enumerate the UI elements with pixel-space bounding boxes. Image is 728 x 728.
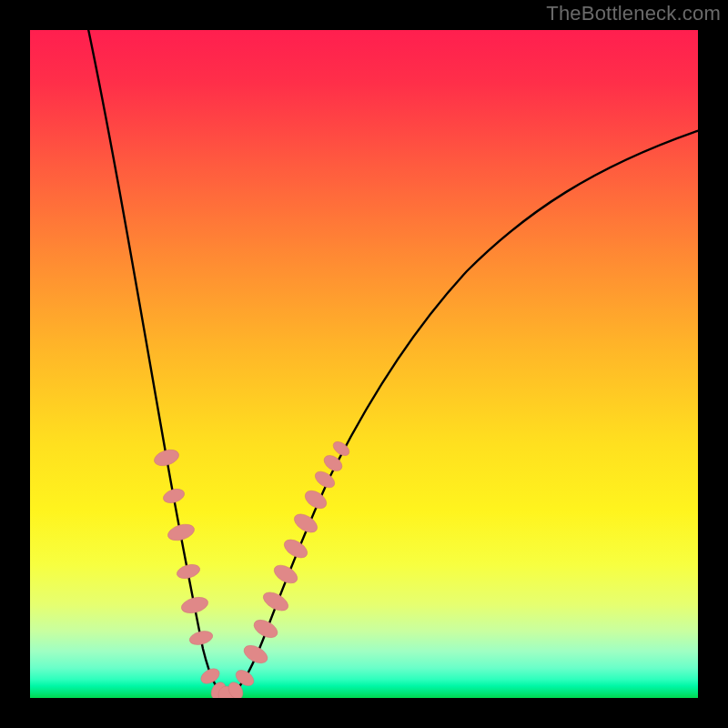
curve-marker	[251, 616, 280, 641]
curve-marker	[161, 487, 186, 506]
curve-marker	[166, 521, 196, 543]
bottleneck-curve	[85, 30, 698, 694]
watermark-text: TheBottleneck.com	[546, 2, 721, 25]
chart-svg	[30, 30, 698, 698]
outer-frame: TheBottleneck.com	[0, 0, 728, 728]
curve-marker	[152, 447, 181, 469]
plot-area	[30, 30, 698, 698]
curve-marker	[176, 562, 202, 581]
curve-marker	[260, 589, 291, 615]
curve-markers	[152, 439, 351, 698]
curve-marker	[179, 594, 209, 615]
curve-marker	[241, 642, 270, 666]
curve-marker	[188, 629, 215, 647]
